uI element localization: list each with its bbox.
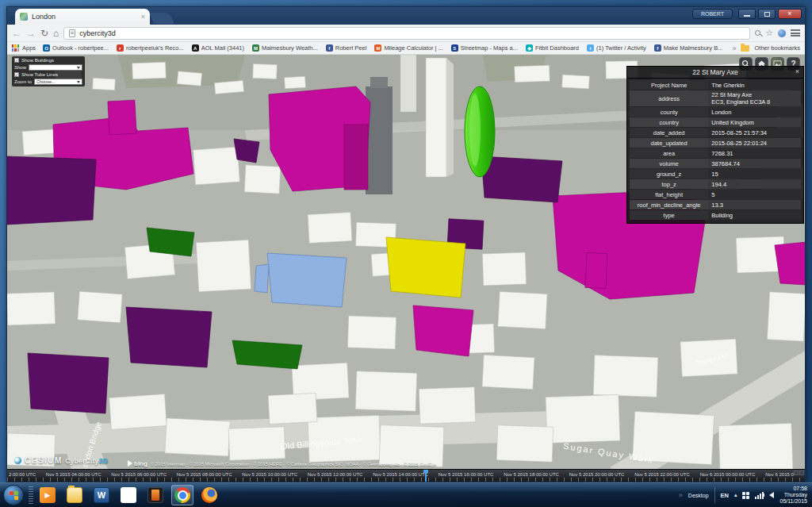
- tab-close-icon[interactable]: ×: [141, 13, 145, 21]
- timeline-label: Nov 5 2015 20:00:00 UTC: [569, 472, 625, 477]
- system-tray: » Desktop EN ▴ 07:58 Thursday 05/11/2015: [679, 486, 812, 505]
- show-buildings-checkbox[interactable]: ✓: [14, 58, 19, 63]
- other-bookmarks-label[interactable]: Other bookmarks: [754, 44, 800, 52]
- show-dropdown[interactable]: [29, 64, 82, 71]
- taskbar-app[interactable]: [144, 485, 167, 505]
- info-key: flat_height: [630, 190, 708, 199]
- timeline[interactable]: 2:00:00 UTCNov 5 2015 04:00:00 UTCNov 5 …: [7, 469, 805, 482]
- bookmark-favicon: ◆: [526, 44, 533, 52]
- back-icon[interactable]: ←: [12, 29, 21, 38]
- info-key: top_z: [630, 179, 708, 189]
- timeline-zoom-icons[interactable]: [794, 471, 804, 475]
- address-bar[interactable]: cybercity3d: [63, 27, 750, 40]
- show-tube-lines-label: Show Tube Lines: [21, 72, 58, 77]
- bookmark-star-icon[interactable]: ☆: [765, 29, 773, 37]
- taskbar: ▶ W: [0, 482, 812, 507]
- desktop-toolbar-label[interactable]: Desktop: [688, 493, 709, 498]
- bookmark-label: AOL Mail (3441): [201, 44, 244, 52]
- map-viewport[interactable]: Old Billingsgate Walk Sugar Quay Walk To…: [7, 55, 805, 482]
- extension-icon[interactable]: [778, 29, 786, 37]
- info-value: 194.4: [708, 179, 801, 189]
- close-icon[interactable]: ×: [795, 67, 799, 75]
- show-buildings-row[interactable]: ✓ Show Buildings: [14, 58, 82, 63]
- browser-tab[interactable]: London ×: [15, 9, 150, 25]
- timeline-label: Nov 5 2015 04:00:00 UTC: [46, 472, 102, 477]
- zoom-to-dropdown[interactable]: Choose...: [34, 79, 82, 85]
- apps-button[interactable]: Apps: [12, 44, 36, 52]
- info-value: Building: [708, 210, 801, 220]
- maximize-button[interactable]: [758, 9, 776, 19]
- bookmark-item[interactable]: S Streetmap - Maps a...: [451, 44, 518, 52]
- bookmark-item[interactable]: r robertpeeluk's Reco...: [117, 44, 184, 52]
- volume-icon[interactable]: [769, 492, 774, 498]
- timeline-label: Nov 5 2015 14:00:00 UTC: [373, 472, 428, 477]
- minimize-button[interactable]: [738, 9, 756, 19]
- taskbar-app[interactable]: [198, 485, 220, 505]
- timeline-label: Nov 6 2015 0: [765, 472, 794, 477]
- timeline-labels: 2:00:00 UTCNov 5 2015 04:00:00 UTCNov 5 …: [9, 470, 794, 478]
- info-key: volume: [630, 159, 708, 168]
- bookmark-item[interactable]: A AOL Mail (3441): [192, 44, 244, 52]
- tray-overflow-icon[interactable]: »: [679, 491, 683, 499]
- bookmark-favicon: M: [374, 44, 381, 52]
- tab-title: London: [32, 13, 137, 21]
- profile-button[interactable]: ROBERT: [692, 9, 733, 19]
- show-row[interactable]: Show: [14, 64, 82, 71]
- info-row: roof_min_decline_angle 13.3: [630, 200, 801, 209]
- taskbar-app[interactable]: ▶: [36, 485, 59, 505]
- zoom-to-row[interactable]: Zoom to Choose...: [14, 79, 82, 85]
- clock[interactable]: 07:58 Thursday 05/11/2015: [779, 486, 807, 505]
- forward-icon[interactable]: →: [26, 29, 36, 38]
- timeline-label: Nov 5 2015 06:00:00 UTC: [111, 472, 167, 477]
- cybercity3d-logo: CyberCity3D: [65, 457, 108, 465]
- info-value: 13.3: [708, 200, 801, 209]
- bookmark-item[interactable]: f Robert Peel: [326, 44, 367, 52]
- home-icon[interactable]: ⌂: [53, 29, 59, 38]
- address-text[interactable]: cybercity3d: [79, 29, 116, 37]
- info-row: type Building: [630, 210, 801, 220]
- menu-icon[interactable]: [791, 29, 800, 36]
- bookmark-label: (1) Twitter / Activity: [596, 44, 646, 52]
- other-bookmarks-folder-icon: [741, 45, 749, 52]
- info-value: London: [708, 107, 801, 117]
- start-button[interactable]: [3, 485, 24, 505]
- hidden-icons-arrow[interactable]: ▴: [734, 492, 737, 498]
- action-center-icon[interactable]: [742, 492, 749, 499]
- taskbar-app[interactable]: [117, 485, 140, 505]
- map-attribution: bing © 2015 Intermap · © 2015 Microsoft …: [128, 460, 436, 467]
- bookmarks-overflow-icon[interactable]: »: [732, 44, 736, 52]
- bookmark-item[interactable]: ◆ Fitbit Dashboard: [526, 44, 579, 52]
- bookmark-item[interactable]: M Malmesbury Weath...: [252, 44, 318, 52]
- search-icon[interactable]: [755, 30, 760, 36]
- bookmark-item[interactable]: M Mileage Calculator | ...: [374, 44, 442, 52]
- bookmark-item[interactable]: f Make Malmesbury B...: [654, 44, 723, 52]
- show-tube-lines-checkbox[interactable]: ✓: [14, 72, 19, 77]
- clock-day: Thursday: [779, 492, 807, 498]
- info-row: address 22 St Mary Axe EC3, England EC3A…: [630, 90, 801, 106]
- language-indicator[interactable]: EN: [721, 492, 729, 499]
- taskbar-app[interactable]: W: [90, 485, 113, 505]
- bookmark-item[interactable]: O Outlook - robertpee...: [43, 44, 109, 52]
- bookmark-favicon: S: [451, 44, 458, 52]
- chevron-down-icon: [77, 67, 80, 69]
- show-tube-lines-row[interactable]: ✓ Show Tube Lines: [14, 72, 82, 77]
- cesium-globe-icon: [13, 456, 22, 465]
- info-row: ground_z 15: [630, 169, 801, 179]
- info-key: area: [630, 148, 708, 158]
- new-tab-button[interactable]: [149, 13, 174, 24]
- titlebar[interactable]: London × ROBERT ×: [7, 7, 805, 25]
- show-label: Show: [14, 65, 26, 70]
- bookmark-item[interactable]: t (1) Twitter / Activity: [587, 44, 646, 52]
- reload-icon[interactable]: ↻: [40, 29, 48, 38]
- taskbar-app[interactable]: [171, 485, 193, 505]
- chevron-down-icon: [77, 81, 80, 83]
- taskbar-app[interactable]: [63, 485, 86, 505]
- timeline-label: Nov 5 2015 10:00:00 UTC: [242, 472, 297, 477]
- info-row: Project Name The Gherkin: [630, 80, 801, 90]
- apps-label: Apps: [22, 44, 36, 52]
- close-button[interactable]: ×: [778, 9, 802, 19]
- timeline-needle[interactable]: [425, 470, 427, 482]
- page-icon: [69, 29, 75, 37]
- timeline-label: Nov 5 2015 22:00:00 UTC: [634, 472, 690, 477]
- info-row: flat_height 5: [630, 190, 801, 199]
